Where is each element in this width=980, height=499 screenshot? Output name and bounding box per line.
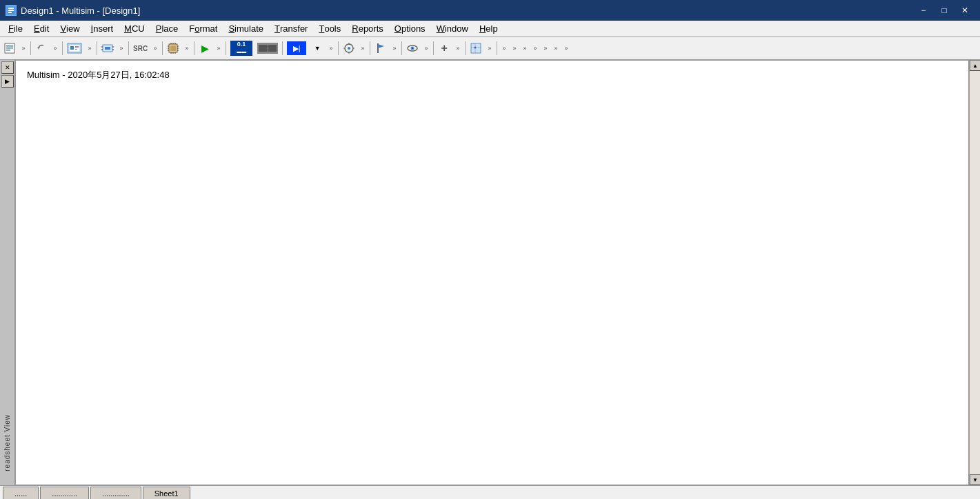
- toolbar-play-btn[interactable]: ▶: [197, 39, 213, 57]
- toolbar-area: » » »: [0, 37, 980, 60]
- toolbar-sep-14: [497, 41, 497, 55]
- svg-point-44: [412, 48, 413, 49]
- toolbar-chevron-3[interactable]: »: [85, 39, 94, 57]
- toolbar-display-btn[interactable]: 0.1▬▬: [228, 39, 254, 57]
- toolbar-chevron-extra-3[interactable]: »: [520, 39, 530, 57]
- menu-view[interactable]: View: [54, 21, 85, 37]
- svg-rect-13: [75, 49, 77, 50]
- svg-rect-21: [170, 45, 176, 51]
- menu-options[interactable]: Options: [389, 21, 431, 37]
- menu-mcu[interactable]: MCU: [119, 21, 150, 37]
- toolbar-src-btn[interactable]: SRC: [131, 39, 150, 57]
- toolbar-chevron-11[interactable]: »: [421, 39, 431, 57]
- toolbar-chevron-1[interactable]: »: [19, 39, 28, 57]
- scroll-up-btn[interactable]: ▲: [970, 60, 980, 71]
- menu-window[interactable]: Window: [431, 21, 474, 37]
- sim-flag-icon: ▶|: [287, 41, 306, 55]
- toolbar-chevron-extra-7[interactable]: »: [561, 39, 571, 57]
- toolbar-grid-btn[interactable]: [468, 39, 484, 57]
- side-close-btn[interactable]: ✕: [1, 61, 14, 74]
- toolbar-sep-11: [401, 41, 402, 55]
- menu-transfer[interactable]: Transfer: [269, 21, 313, 37]
- menu-simulate[interactable]: Simulate: [223, 21, 269, 37]
- svg-point-35: [348, 47, 350, 50]
- svg-rect-7: [6, 50, 10, 51]
- vertical-scrollbar[interactable]: ▲ ▼: [969, 60, 980, 485]
- toolbar-design-btn[interactable]: [65, 39, 84, 57]
- toolbar-file-btn[interactable]: [1, 39, 18, 57]
- toolbar-row-1: » » »: [0, 37, 980, 59]
- menu-edit[interactable]: Edit: [28, 21, 54, 37]
- svg-rect-11: [70, 46, 74, 50]
- menu-tools[interactable]: Tools: [313, 21, 346, 37]
- toolbar-sim-dropdown[interactable]: ▼: [309, 39, 326, 57]
- tab-sheet1[interactable]: Sheet1: [143, 487, 190, 499]
- toolbar-component-btn[interactable]: [99, 39, 116, 57]
- toolbar-chevron-extra-4[interactable]: »: [530, 39, 540, 57]
- maximize-button[interactable]: □: [934, 3, 954, 17]
- toolbar-chevron-9[interactable]: »: [358, 39, 368, 57]
- toolbar-flag-btn[interactable]: [372, 39, 389, 57]
- toolbar-chevron-4[interactable]: »: [117, 39, 126, 57]
- tab-1[interactable]: ......: [3, 487, 39, 499]
- menu-format[interactable]: Format: [183, 21, 223, 37]
- toolbar-probe-btn[interactable]: [341, 39, 357, 57]
- toolbar-sep-7: [226, 41, 226, 55]
- toolbar-chevron-13[interactable]: »: [485, 39, 494, 57]
- toolbar-sep-12: [433, 41, 434, 55]
- bottom-tabs: ...... ............ ............. Sheet1: [0, 485, 980, 499]
- toolbar-stop-btn[interactable]: [255, 39, 280, 57]
- app-icon: [6, 5, 17, 16]
- menu-help[interactable]: Help: [474, 21, 503, 37]
- scroll-down-btn[interactable]: ▼: [970, 474, 980, 485]
- svg-marker-41: [378, 44, 384, 48]
- toolbar-sep-4: [128, 41, 129, 55]
- main-area: ✕ ▶ readsheet View Multisim - 2020年5月27日…: [0, 60, 980, 485]
- toolbar-chevron-5[interactable]: »: [150, 39, 160, 57]
- toolbar-sep-8: [282, 41, 283, 55]
- toolbar-chevron-extra-2[interactable]: »: [510, 39, 519, 57]
- side-label: readsheet View: [3, 414, 11, 471]
- toolbar-eye-btn[interactable]: [404, 39, 421, 57]
- toolbar-sep-2: [62, 41, 63, 55]
- close-button[interactable]: ✕: [955, 3, 974, 17]
- svg-rect-3: [8, 12, 12, 13]
- display-icon: 0.1▬▬: [230, 41, 252, 56]
- toolbar-chevron-2[interactable]: »: [50, 39, 60, 57]
- toolbar-sep-6: [194, 41, 194, 55]
- toolbar-plus-btn[interactable]: +: [436, 39, 452, 57]
- svg-rect-2: [8, 10, 14, 11]
- menu-reports[interactable]: Reports: [346, 21, 389, 37]
- toolbar-chevron-extra-1[interactable]: »: [499, 39, 509, 57]
- side-expand-btn[interactable]: ▶: [1, 75, 14, 88]
- svg-rect-12: [75, 46, 79, 48]
- toolbar-chevron-8[interactable]: »: [326, 39, 336, 57]
- toolbar-sep-13: [465, 41, 466, 55]
- toolbar-chevron-6[interactable]: »: [182, 39, 192, 57]
- title-bar-controls: − □ ✕: [914, 3, 974, 17]
- toolbar-chevron-extra-5[interactable]: »: [541, 39, 550, 57]
- toolbar-undo-btn[interactable]: [33, 39, 50, 57]
- toolbar-mcu-btn[interactable]: [165, 39, 181, 57]
- document-area[interactable]: Multisim - 2020年5月27日, 16:02:48: [15, 60, 969, 485]
- menu-file[interactable]: File: [3, 21, 28, 37]
- svg-rect-5: [6, 45, 13, 47]
- toolbar-sep-3: [97, 41, 97, 55]
- toolbar-sim-btn[interactable]: ▶|: [285, 39, 308, 57]
- toolbar-sep-1: [30, 41, 31, 55]
- minimize-button[interactable]: −: [914, 3, 933, 17]
- toolbar-chevron-12[interactable]: »: [453, 39, 463, 57]
- tab-2[interactable]: ............: [40, 487, 89, 499]
- scroll-track[interactable]: [970, 71, 980, 474]
- menu-place[interactable]: Place: [150, 21, 184, 37]
- toolbar-sep-9: [338, 41, 339, 55]
- tab-3[interactable]: .............: [90, 487, 141, 499]
- svg-rect-15: [105, 47, 110, 50]
- menu-insert[interactable]: Insert: [86, 21, 119, 37]
- document-content: Multisim - 2020年5月27日, 16:02:48: [16, 61, 968, 90]
- toolbar-chevron-10[interactable]: »: [390, 39, 399, 57]
- toolbar-chevron-extra-6[interactable]: »: [551, 39, 561, 57]
- menu-bar: File Edit View Insert MCU Place Format S…: [0, 21, 980, 37]
- side-panel: ✕ ▶ readsheet View: [0, 60, 15, 485]
- toolbar-chevron-7[interactable]: »: [214, 39, 223, 57]
